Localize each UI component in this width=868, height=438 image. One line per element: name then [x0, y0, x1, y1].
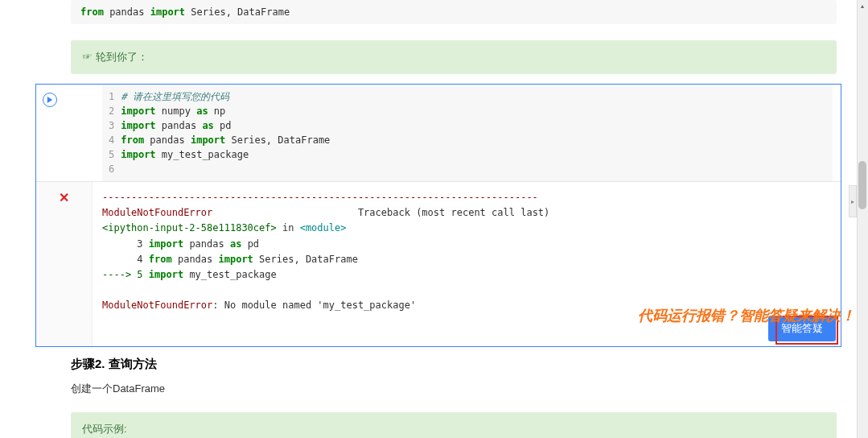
- instruction-banner: ☞ 轮到你了：: [71, 40, 837, 74]
- step-heading: 步骤2. 查询方法: [71, 357, 845, 372]
- code-example-banner: 代码示例:: [71, 412, 837, 439]
- line-number: 4: [109, 133, 114, 147]
- traceback-text: ----------------------------------------…: [102, 190, 831, 314]
- side-panel-toggle[interactable]: ▸: [849, 185, 857, 217]
- code-line: import numpy as np: [121, 104, 833, 118]
- run-cell-button[interactable]: [43, 93, 57, 107]
- code-text: pandas: [104, 6, 150, 18]
- scrollbar-track[interactable]: ▴: [857, 0, 868, 438]
- code-text: Series, DataFrame: [185, 6, 290, 18]
- line-number: 6: [109, 162, 114, 176]
- line-number: 3: [109, 118, 114, 133]
- scrollbar-thumb[interactable]: [858, 161, 866, 209]
- code-line: from pandas import Series, DataFrame: [121, 133, 833, 147]
- cell-gutter: [43, 93, 57, 107]
- output-gutter: ✕: [36, 182, 93, 346]
- svg-marker-0: [47, 97, 52, 103]
- code-keyword: import: [150, 6, 185, 18]
- line-number: 5: [109, 147, 114, 162]
- annotation-text: 代码运行报错？智能答疑来解决！: [638, 306, 855, 325]
- banner-text: 代码示例:: [82, 423, 127, 435]
- code-block-top: from pandas import Series, DataFrame: [71, 0, 837, 24]
- line-number: 2: [109, 104, 114, 118]
- line-number: 1: [109, 89, 114, 104]
- notebook-content: from pandas import Series, DataFrame ☞ 轮…: [0, 0, 845, 438]
- error-icon: ✕: [59, 191, 69, 205]
- scroll-up-button[interactable]: ▴: [857, 0, 868, 11]
- step-description: 创建一个DataFrame: [71, 382, 845, 396]
- line-number-gutter: 1 2 3 4 5 6: [102, 89, 121, 176]
- code-line: import my_test_package: [121, 147, 833, 162]
- code-keyword: from: [80, 6, 104, 18]
- code-line: # 请在这里填写您的代码: [121, 89, 833, 104]
- code-lines[interactable]: # 请在这里填写您的代码 import numpy as np import p…: [121, 89, 833, 176]
- play-icon: [47, 97, 53, 103]
- code-line: import pandas as pd: [121, 118, 833, 133]
- code-editor[interactable]: 1 2 3 4 5 6 # 请在这里填写您的代码 import numpy as…: [102, 85, 833, 181]
- code-line: [121, 162, 833, 176]
- banner-text: ☞ 轮到你了：: [82, 51, 148, 63]
